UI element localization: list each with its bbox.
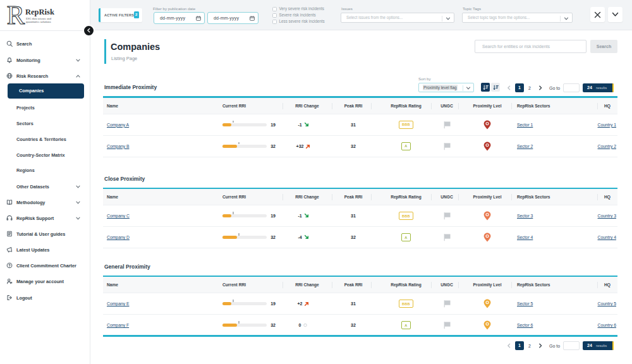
svg-text:R: R [7,3,25,27]
